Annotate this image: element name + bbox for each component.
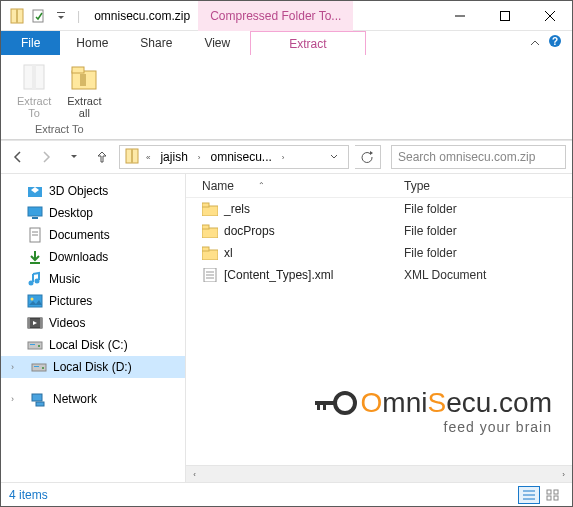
properties-icon[interactable] — [29, 6, 49, 26]
horizontal-scrollbar[interactable]: ‹ › — [186, 465, 572, 482]
navigation-tree[interactable]: 3D ObjectsDesktopDocumentsDownloadsMusic… — [1, 174, 186, 482]
tree-item[interactable]: Pictures — [1, 290, 185, 312]
tree-label: Pictures — [49, 294, 92, 308]
scroll-right-icon[interactable]: › — [555, 466, 572, 483]
expand-icon[interactable]: › — [11, 362, 21, 372]
expand-icon[interactable]: › — [11, 394, 21, 404]
svg-rect-19 — [32, 217, 38, 219]
svg-rect-33 — [30, 344, 35, 345]
tree-item[interactable]: Documents — [1, 224, 185, 246]
svg-rect-57 — [554, 490, 558, 494]
svg-rect-30 — [40, 318, 42, 328]
file-type: File folder — [396, 202, 572, 216]
status-bar: 4 items — [1, 482, 572, 506]
help-icon[interactable]: ? — [548, 34, 562, 52]
breadcrumb-segment[interactable]: jajish — [156, 150, 191, 164]
file-list[interactable]: _relsFile folderdocPropsFile folderxlFil… — [186, 198, 572, 465]
tab-view[interactable]: View — [188, 31, 246, 55]
svg-rect-37 — [32, 394, 42, 401]
ribbon-tabs: File Home Share View Extract ? — [1, 31, 572, 55]
forward-button[interactable] — [35, 146, 57, 168]
tree-label: Documents — [49, 228, 110, 242]
recent-locations-button[interactable] — [63, 146, 85, 168]
svg-point-49 — [335, 393, 355, 413]
svg-rect-36 — [34, 366, 39, 367]
main-pane: 3D ObjectsDesktopDocumentsDownloadsMusic… — [1, 174, 572, 482]
close-button[interactable] — [527, 1, 572, 30]
tree-item[interactable]: Music — [1, 268, 185, 290]
column-type-header[interactable]: Type — [396, 179, 572, 193]
svg-rect-38 — [36, 402, 44, 406]
chevron-right-icon[interactable]: › — [278, 153, 289, 162]
chevron-right-icon[interactable]: › — [194, 153, 205, 162]
minimize-button[interactable] — [437, 1, 482, 30]
svg-rect-56 — [547, 490, 551, 494]
tab-share[interactable]: Share — [124, 31, 188, 55]
tab-home[interactable]: Home — [60, 31, 124, 55]
svg-point-35 — [42, 367, 44, 369]
breadcrumb-dropdown[interactable] — [324, 153, 344, 161]
icons-view-button[interactable] — [542, 486, 564, 504]
file-type: XML Document — [396, 268, 572, 282]
svg-rect-44 — [202, 247, 209, 251]
svg-rect-11 — [32, 65, 36, 89]
extract-to-button[interactable]: Extract To — [11, 59, 57, 121]
file-row[interactable]: xlFile folder — [186, 242, 572, 264]
tree-label: Local Disk (C:) — [49, 338, 128, 352]
tree-item-network[interactable]: › Network — [1, 388, 185, 410]
tree-label: Videos — [49, 316, 85, 330]
tree-item[interactable]: Videos — [1, 312, 185, 334]
tree-item[interactable]: 3D Objects — [1, 180, 185, 202]
tree-item[interactable]: Downloads — [1, 246, 185, 268]
file-row[interactable]: [Content_Types].xmlXML Document — [186, 264, 572, 286]
svg-rect-16 — [131, 149, 133, 163]
svg-rect-51 — [317, 401, 320, 410]
svg-rect-29 — [28, 318, 30, 328]
tab-file[interactable]: File — [1, 31, 60, 55]
collapse-ribbon-icon[interactable] — [530, 34, 540, 52]
svg-point-24 — [29, 281, 34, 286]
quick-access-toolbar: | omnisecu.com.zip — [1, 6, 190, 26]
svg-point-32 — [38, 345, 40, 347]
search-input[interactable]: Search omnisecu.com.zip — [391, 145, 566, 169]
tree-item[interactable]: ›Local Disk (D:) — [1, 356, 185, 378]
file-name: xl — [224, 246, 233, 260]
scroll-left-icon[interactable]: ‹ — [186, 466, 203, 483]
file-row[interactable]: docPropsFile folder — [186, 220, 572, 242]
file-row[interactable]: _relsFile folder — [186, 198, 572, 220]
details-view-button[interactable] — [518, 486, 540, 504]
back-button[interactable] — [7, 146, 29, 168]
svg-point-27 — [31, 298, 34, 301]
file-name: _rels — [224, 202, 250, 216]
svg-rect-14 — [80, 74, 86, 86]
qat-menu-icon[interactable] — [51, 6, 71, 26]
refresh-button[interactable] — [355, 145, 381, 169]
breadcrumb[interactable]: « jajish › omnisecu... › — [119, 145, 349, 169]
svg-rect-1 — [16, 9, 18, 23]
sort-indicator-icon: ⌃ — [258, 181, 265, 190]
extract-all-button[interactable]: Extract all — [61, 59, 107, 121]
chevron-icon[interactable]: « — [142, 153, 154, 162]
tree-label: Music — [49, 272, 80, 286]
maximize-button[interactable] — [482, 1, 527, 30]
svg-rect-3 — [57, 12, 65, 13]
svg-rect-40 — [202, 203, 209, 207]
tree-item[interactable]: Desktop — [1, 202, 185, 224]
svg-rect-34 — [32, 364, 46, 371]
titlebar: | omnisecu.com.zip Compressed Folder To.… — [1, 1, 572, 31]
key-icon — [315, 389, 357, 417]
up-button[interactable] — [91, 146, 113, 168]
svg-rect-13 — [72, 67, 84, 73]
tree-label: Desktop — [49, 206, 93, 220]
file-type: File folder — [396, 246, 572, 260]
app-icon — [7, 6, 27, 26]
separator: | — [73, 9, 84, 23]
tree-item[interactable]: Local Disk (C:) — [1, 334, 185, 356]
tab-extract[interactable]: Extract — [250, 31, 365, 55]
watermark: OmniSecu.com feed your brain — [315, 387, 552, 435]
column-name-header[interactable]: Name ⌃ — [186, 179, 396, 193]
svg-rect-31 — [28, 342, 42, 349]
breadcrumb-segment[interactable]: omnisecu... — [206, 150, 275, 164]
ribbon-group-label: Extract To — [11, 121, 107, 135]
window-title: omnisecu.com.zip — [94, 9, 190, 23]
